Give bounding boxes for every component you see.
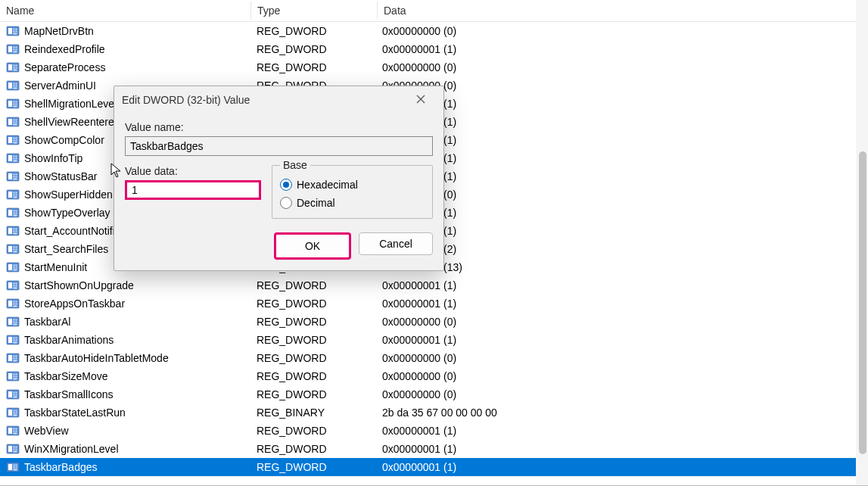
value-name-text: TaskbarSizeMove — [24, 370, 108, 382]
svg-rect-61 — [16, 176, 17, 178]
value-data-text: 0x00000001 (1) — [376, 98, 868, 110]
value-type-text: REG_BINARY — [250, 407, 376, 419]
svg-rect-169 — [8, 464, 12, 470]
svg-rect-60 — [14, 176, 15, 178]
radio-decimal[interactable]: Decimal — [280, 194, 425, 212]
svg-rect-73 — [16, 210, 17, 212]
dialog-close-button[interactable] — [406, 89, 436, 111]
svg-rect-94 — [16, 265, 17, 266]
svg-rect-141 — [8, 391, 12, 397]
registry-dword-icon — [6, 97, 20, 111]
svg-rect-36 — [8, 119, 12, 125]
svg-rect-13 — [14, 51, 17, 53]
registry-dword-icon — [6, 61, 20, 74]
svg-rect-59 — [16, 174, 17, 176]
table-row[interactable]: TaskbarSmallIconsREG_DWORD0x00000000 (0) — [0, 385, 868, 403]
radio-icon — [280, 179, 292, 191]
svg-rect-155 — [8, 428, 12, 434]
svg-rect-62 — [14, 179, 17, 180]
svg-rect-81 — [14, 231, 15, 232]
close-icon — [416, 94, 425, 106]
svg-rect-10 — [16, 47, 17, 48]
value-name-text: ShowTypeOverlay — [24, 207, 110, 219]
table-row[interactable]: TaskbarStateLastRunREG_BINARY2b da 35 67… — [0, 403, 868, 422]
vertical-scrollbar[interactable] — [856, 0, 868, 485]
table-row[interactable]: StoreAppsOnTaskbarREG_DWORD0x00000001 (1… — [0, 294, 868, 313]
table-row[interactable]: ReindexedProfileREG_DWORD0x00000001 (1) — [0, 40, 868, 58]
value-type-text: REG_DWORD — [250, 388, 376, 400]
dialog-titlebar[interactable]: Edit DWORD (32-bit) Value — [114, 86, 443, 114]
registry-dword-icon — [6, 151, 20, 165]
value-data-text: 0x00000002 (2) — [376, 243, 868, 255]
svg-rect-149 — [14, 410, 15, 412]
radio-hexadecimal[interactable]: Hexadecimal — [280, 176, 425, 194]
svg-rect-20 — [14, 70, 17, 71]
svg-rect-85 — [8, 246, 12, 252]
svg-rect-66 — [16, 192, 17, 194]
value-data-text: 0x00000001 (1) — [376, 207, 868, 219]
table-row[interactable]: TaskbarAutoHideInTabletModeREG_DWORD0x00… — [0, 349, 868, 367]
value-name-text: ShowCompColor — [24, 134, 104, 146]
svg-rect-57 — [8, 173, 12, 179]
svg-rect-125 — [14, 342, 17, 344]
svg-rect-46 — [14, 140, 15, 142]
column-header-name[interactable]: Name — [0, 2, 251, 20]
column-header-type[interactable]: Type — [251, 2, 378, 20]
value-type-text: REG_DWORD — [250, 425, 376, 437]
scroll-thumb[interactable] — [859, 151, 866, 454]
svg-rect-1 — [8, 28, 12, 34]
value-type-text: REG_DWORD — [250, 352, 376, 364]
svg-rect-44 — [14, 138, 15, 139]
svg-rect-34 — [14, 106, 17, 107]
registry-dword-icon — [6, 188, 20, 201]
table-row[interactable]: WebViewREG_DWORD0x00000001 (1) — [0, 422, 868, 440]
table-row[interactable]: TaskbarAnimationsREG_DWORD0x00000001 (1) — [0, 331, 868, 349]
svg-rect-137 — [14, 376, 15, 378]
svg-rect-97 — [14, 269, 17, 271]
svg-rect-64 — [8, 192, 12, 198]
base-group: Base Hexadecimal Decimal — [272, 159, 433, 219]
svg-rect-114 — [14, 319, 15, 321]
svg-rect-103 — [16, 285, 17, 287]
registry-dword-icon — [6, 242, 20, 256]
registry-dword-icon — [6, 170, 20, 183]
column-header-data[interactable]: Data — [378, 2, 868, 20]
svg-rect-144 — [14, 394, 15, 396]
svg-rect-82 — [16, 231, 17, 232]
svg-rect-16 — [14, 65, 15, 67]
registry-editor-values-pane: Name Type Data MapNetDrvBtnREG_DWORD0x00… — [0, 0, 868, 486]
cancel-button[interactable]: Cancel — [359, 232, 433, 255]
svg-rect-116 — [14, 322, 15, 323]
svg-rect-33 — [16, 104, 17, 105]
table-row[interactable]: SeparateProcessREG_DWORD0x00000000 (0) — [0, 58, 868, 76]
table-row[interactable]: MapNetDrvBtnREG_DWORD0x00000000 (0) — [0, 22, 868, 40]
value-name-text: TaskbarStateLastRun — [24, 407, 126, 419]
value-data-text: 2b da 35 67 00 00 00 00 — [376, 407, 868, 419]
table-row[interactable]: TaskbarAlREG_DWORD0x00000000 (0) — [0, 313, 868, 331]
table-row[interactable]: TaskbarSizeMoveREG_DWORD0x00000000 (0) — [0, 367, 868, 385]
value-type-text: REG_DWORD — [250, 43, 376, 55]
value-type-text: REG_DWORD — [250, 61, 376, 73]
value-name-text: StoreAppsOnTaskbar — [24, 298, 125, 310]
svg-rect-160 — [14, 433, 17, 435]
svg-rect-134 — [8, 373, 12, 379]
svg-rect-90 — [14, 251, 17, 253]
registry-dword-icon — [6, 224, 20, 238]
ok-button[interactable]: OK — [274, 232, 351, 260]
value-name-input[interactable] — [125, 136, 433, 156]
registry-dword-icon — [6, 42, 20, 56]
svg-rect-76 — [14, 215, 17, 217]
value-data-text: 0x00000000 (0) — [376, 388, 868, 400]
svg-rect-18 — [14, 67, 15, 69]
svg-rect-72 — [14, 210, 15, 212]
svg-rect-153 — [14, 415, 17, 416]
table-row[interactable]: StartShownOnUpgradeREG_DWORD0x00000001 (… — [0, 276, 868, 294]
value-name-text: TaskbarAl — [24, 316, 70, 328]
svg-rect-123 — [14, 340, 15, 341]
value-data-input[interactable] — [125, 180, 261, 200]
table-row[interactable]: TaskbarBadgesREG_DWORD0x00000001 (1) — [0, 458, 868, 476]
svg-rect-50 — [8, 155, 12, 161]
table-row[interactable]: WinXMigrationLevelREG_DWORD0x00000001 (1… — [0, 440, 868, 458]
svg-rect-127 — [8, 355, 12, 361]
value-name-text: MapNetDrvBtn — [24, 25, 94, 37]
